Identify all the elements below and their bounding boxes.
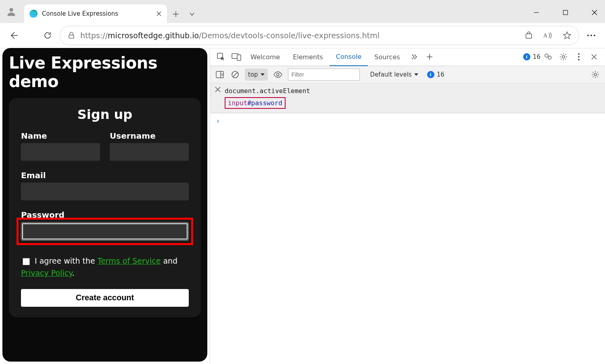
issues-counter[interactable]: i 16 — [427, 71, 444, 78]
svg-rect-11 — [237, 55, 241, 60]
browser-tabstrip: Console Live Expressions — [0, 0, 605, 23]
password-highlight — [17, 218, 193, 245]
browser-menu-button[interactable] — [584, 34, 599, 37]
agree-text: I agree with the Terms of Service and Pr… — [21, 255, 189, 279]
tos-link[interactable]: Terms of Service — [98, 256, 161, 265]
caret-down-icon — [414, 73, 418, 76]
live-expression-code[interactable]: document.activeElement — [225, 86, 310, 96]
name-input[interactable] — [21, 143, 100, 161]
svg-point-14 — [562, 56, 565, 58]
favorite-icon[interactable] — [563, 31, 572, 40]
close-icon — [591, 9, 598, 16]
tab-welcome[interactable]: Welcome — [244, 48, 286, 66]
live-expression-button[interactable] — [272, 71, 284, 78]
tab-console[interactable]: Console — [330, 48, 368, 67]
error-counter[interactable]: i 16 — [523, 53, 540, 60]
read-aloud-icon[interactable]: A — [543, 31, 552, 40]
new-tab-button[interactable] — [169, 7, 183, 21]
shopping-icon[interactable] — [525, 31, 533, 40]
more-tabs-button[interactable] — [407, 49, 422, 64]
svg-rect-4 — [526, 34, 532, 38]
inspect-element-button[interactable] — [213, 49, 229, 64]
url-protocol: https:// — [80, 31, 108, 40]
device-toolbar-button[interactable] — [229, 49, 244, 64]
clear-console-button[interactable] — [229, 67, 241, 82]
signup-card: Sign up Name Username Email Password — [9, 98, 201, 317]
devtools-menu-button[interactable] — [571, 49, 586, 64]
caret-down-icon — [261, 73, 265, 76]
svg-point-17 — [578, 59, 580, 60]
info-dot-icon: i — [523, 53, 530, 60]
svg-point-6 — [587, 35, 589, 36]
page-title: Live Expressions demo — [9, 54, 201, 91]
agree-suffix: . — [72, 268, 75, 277]
url-host: microsoftedge.github.io — [108, 31, 199, 40]
password-input[interactable] — [21, 222, 189, 241]
svg-point-20 — [277, 73, 279, 76]
console-settings-button[interactable] — [590, 67, 601, 82]
svg-point-16 — [578, 56, 580, 58]
add-tab-button[interactable] — [422, 49, 437, 64]
tab-actions-button[interactable] — [185, 7, 199, 21]
lock-icon — [67, 31, 75, 40]
live-expression-row: document.activeElement input#password — [210, 83, 605, 113]
username-input[interactable] — [110, 143, 189, 161]
filter-input[interactable] — [288, 69, 360, 81]
error-count: 16 — [533, 53, 540, 60]
sidebar-toggle-button[interactable] — [214, 67, 225, 82]
address-bar[interactable]: https://microsoftedge.github.io/Demos/de… — [60, 26, 579, 45]
window-minimize-button[interactable] — [529, 5, 544, 20]
window-close-button[interactable] — [587, 5, 602, 20]
browser-tab-active[interactable]: Console Live Expressions — [24, 4, 167, 23]
tab-sources[interactable]: Sources — [368, 48, 406, 66]
sidebar-icon — [216, 71, 224, 78]
email-label: Email — [21, 171, 189, 180]
profile-avatar[interactable] — [3, 4, 19, 20]
svg-point-0 — [9, 8, 13, 12]
devtools-close-button[interactable] — [586, 49, 602, 64]
close-icon — [215, 87, 221, 92]
console-prompt-icon: › — [216, 116, 220, 125]
window-maximize-button[interactable] — [558, 5, 573, 20]
log-levels-selector[interactable]: Default levels — [370, 71, 418, 78]
info-dot-icon: i — [427, 71, 434, 78]
ellipsis-icon — [587, 34, 596, 37]
feedback-icon — [544, 53, 553, 61]
gear-icon — [559, 53, 567, 61]
email-input[interactable] — [21, 183, 189, 200]
close-icon — [591, 54, 597, 60]
devtools-panel: Welcome Elements Console Sources i 16 — [210, 48, 605, 364]
chevron-down-icon — [189, 11, 195, 17]
tab-elements[interactable]: Elements — [286, 48, 330, 66]
close-icon[interactable] — [156, 10, 162, 17]
inspect-icon — [217, 52, 225, 61]
name-label: Name — [21, 131, 100, 141]
plus-icon — [172, 10, 179, 18]
gear-icon — [591, 71, 599, 79]
agree-checkbox[interactable] — [23, 258, 30, 265]
create-account-button[interactable]: Create account — [21, 289, 189, 307]
devtools-settings-button[interactable] — [556, 49, 571, 64]
svg-point-12 — [545, 54, 548, 57]
browser-toolbar: https://microsoftedge.github.io/Demos/de… — [0, 23, 605, 48]
svg-text:A: A — [543, 33, 548, 39]
url-path: /Demos/devtools-console/live-expressions… — [199, 31, 380, 40]
result-id: password — [251, 99, 282, 107]
refresh-button[interactable] — [40, 28, 55, 43]
svg-rect-3 — [69, 35, 74, 38]
kebab-icon — [578, 53, 580, 61]
username-label: Username — [110, 131, 189, 141]
privacy-link[interactable]: Privacy Policy — [21, 268, 72, 277]
back-button[interactable] — [6, 28, 21, 43]
result-tagname: input — [228, 99, 247, 107]
console-body[interactable]: › — [210, 113, 605, 128]
clear-icon — [231, 71, 239, 79]
svg-rect-2 — [563, 10, 568, 15]
maximize-icon — [563, 10, 568, 15]
person-icon — [6, 6, 17, 17]
tab-title: Console Live Expressions — [42, 10, 152, 17]
context-selector[interactable]: top — [245, 69, 268, 81]
feedback-button[interactable] — [540, 49, 556, 64]
url-text-wrapper: https://microsoftedge.github.io/Demos/de… — [80, 31, 380, 40]
remove-expression-button[interactable] — [215, 86, 221, 94]
